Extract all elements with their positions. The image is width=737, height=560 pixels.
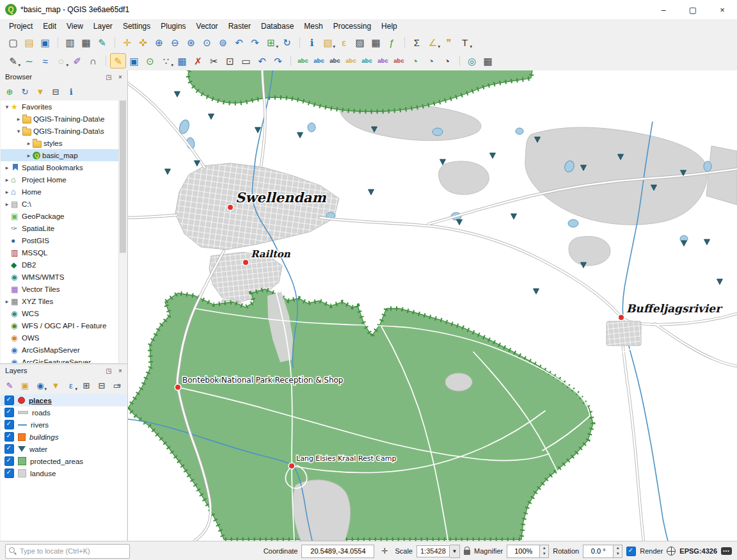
browser-tree-item[interactable]: Vector Tiles — [1, 283, 127, 295]
metasearch-button[interactable]: ◎ — [464, 53, 480, 68]
minimize-button[interactable]: – — [649, 1, 678, 19]
layer-visibility-checkbox[interactable] — [4, 456, 14, 466]
diagram-properties-button[interactable]: ◔ — [439, 53, 455, 68]
move-diagram-button[interactable]: ◔ — [423, 53, 439, 68]
browser-tree-item[interactable]: ▸ QGIS-Training-Data\e — [1, 113, 127, 125]
layer-visibility-checkbox[interactable] — [4, 468, 14, 478]
scale-combo[interactable]: 1:35428 ▼ — [416, 545, 460, 558]
menu-item[interactable]: Vector — [191, 20, 223, 33]
layer-row[interactable]: roads — [1, 406, 127, 419]
save-layer-edits-button[interactable]: ▣ — [126, 53, 142, 68]
expander-icon[interactable]: ▸ — [3, 189, 11, 195]
browser-tree-item[interactable]: ▸ Project Home — [1, 173, 127, 186]
browser-tree-item[interactable]: ▾ QGIS-Training-Data\s — [1, 125, 127, 137]
zoom-in-button[interactable]: ⊕ — [151, 35, 167, 50]
map-canvas[interactable]: Swellendam Railton Buffeljagsrivier Bont… — [128, 70, 737, 541]
statistical-summary-button[interactable]: Σ — [409, 35, 425, 50]
filter-browser-button[interactable]: ▼ — [33, 84, 47, 99]
rotation-spinbox[interactable]: ▲▼ — [583, 545, 622, 558]
open-layer-styling-button[interactable]: ✎ — [3, 378, 17, 392]
menu-item[interactable]: Settings — [118, 20, 155, 33]
browser-tree-item[interactable]: GeoPackage — [1, 210, 127, 222]
float-panel-button[interactable]: ◳ — [103, 72, 115, 82]
paste-features-button[interactable]: ▭ — [238, 53, 254, 68]
current-edits-button[interactable]: ✎ — [5, 53, 21, 68]
select-features-button[interactable]: ▧ — [320, 35, 336, 50]
new-print-layout-button[interactable]: ▥ — [62, 35, 78, 50]
deselect-features-button[interactable]: ▨ — [352, 35, 368, 50]
menu-item[interactable]: View — [61, 20, 88, 33]
pan-map-button[interactable]: ✛ — [119, 35, 135, 50]
open-project-button[interactable]: ▤ — [21, 35, 37, 50]
refresh-button[interactable]: ↻ — [279, 35, 295, 50]
render-checkbox[interactable] — [626, 547, 636, 556]
diagram-options-button[interactable]: ◔ — [407, 53, 423, 68]
style-manager-button[interactable]: ✎ — [94, 35, 110, 50]
expander-icon[interactable]: ▸ — [3, 201, 11, 207]
vertex-tool-button[interactable]: ∵ — [158, 53, 174, 68]
spinner-arrows[interactable]: ▲▼ — [614, 545, 622, 558]
properties-widget-button[interactable]: ℹ — [64, 84, 78, 99]
browser-tree-item[interactable]: ▸ XYZ Tiles — [1, 295, 127, 307]
toolbar-overflow-icon[interactable]: » — [117, 381, 121, 388]
layer-row[interactable]: places — [1, 394, 127, 406]
add-point-feature-button[interactable]: ⊙ — [142, 53, 158, 68]
layer-visibility-checkbox[interactable] — [4, 444, 14, 454]
browser-tree-item[interactable]: WMS/WMTS — [1, 271, 127, 283]
digitize-segment-button[interactable]: ∼ — [21, 53, 37, 68]
select-by-expression-button[interactable]: ε — [336, 35, 352, 50]
field-calculator-button[interactable]: ƒ — [384, 35, 400, 50]
move-label-button[interactable]: abc — [311, 53, 327, 68]
layer-row[interactable]: landuse — [1, 467, 127, 479]
modify-attributes-button[interactable]: ▦ — [174, 53, 190, 68]
browser-tree-item[interactable]: ▸ Home — [1, 186, 127, 198]
snapping-button[interactable]: ∩ — [85, 53, 101, 68]
cut-features-button[interactable]: ✂ — [206, 53, 222, 68]
layer-row[interactable]: water — [1, 443, 127, 455]
measure-button[interactable]: ∠ — [425, 35, 441, 50]
expander-icon[interactable]: ▾ — [15, 128, 22, 134]
browser-tree-item[interactable]: ▸ Spatial Bookmarks — [1, 161, 127, 173]
show-hide-labels-button[interactable]: abc — [359, 53, 375, 68]
zoom-next-button[interactable]: ↷ — [247, 35, 263, 50]
coordinate-input[interactable] — [301, 545, 374, 558]
menu-item[interactable]: Help — [376, 20, 402, 33]
text-annotation-button[interactable]: T — [457, 35, 473, 50]
pan-to-selection-button[interactable]: ✜ — [135, 35, 151, 50]
close-panel-button[interactable]: × — [115, 365, 126, 376]
redo-button[interactable]: ↷ — [270, 53, 286, 68]
browser-tree-item[interactable]: PostGIS — [1, 234, 127, 246]
browser-tree-item[interactable]: MSSQL — [1, 246, 127, 259]
manage-map-themes-button[interactable]: ◉ — [33, 378, 47, 392]
layer-visibility-checkbox[interactable] — [4, 432, 14, 442]
change-label-button[interactable]: abc — [327, 53, 343, 68]
zoom-full-button[interactable]: ⊛ — [183, 35, 199, 50]
collapse-all-button[interactable]: ⊟ — [95, 378, 109, 392]
expander-icon[interactable]: ▾ — [3, 104, 11, 110]
scrollbar-thumb[interactable] — [120, 100, 126, 253]
zoom-to-selection-button[interactable]: ⊙ — [199, 35, 215, 50]
magnifier-input[interactable] — [507, 545, 540, 558]
maximize-button[interactable]: ▢ — [678, 1, 708, 19]
locate-box[interactable]: Type to locate (Ctrl+K) — [5, 544, 130, 559]
browser-tree-item[interactable]: ArcGisMapServer — [1, 344, 127, 356]
expander-icon[interactable]: ▸ — [25, 152, 33, 159]
menu-item[interactable]: Processing — [328, 20, 376, 33]
toggle-editing-button[interactable]: ✎ — [110, 53, 126, 68]
menu-item[interactable]: Project — [4, 20, 38, 33]
digitize-shape-button[interactable]: ◌ — [53, 53, 69, 68]
browser-tree-item[interactable]: ▸ basic_map — [1, 149, 127, 161]
rotate-label-button[interactable]: abc — [375, 53, 391, 68]
undo-button[interactable]: ↶ — [254, 53, 270, 68]
layout-manager-button[interactable]: ▦ — [78, 35, 94, 50]
menu-item[interactable]: Layer — [88, 20, 118, 33]
browser-scrollbar[interactable] — [118, 100, 127, 363]
layer-visibility-checkbox[interactable] — [4, 420, 14, 429]
filter-legend-button[interactable]: ▼ — [49, 378, 63, 392]
copy-features-button[interactable]: ⊡ — [222, 53, 238, 68]
collapse-all-button[interactable]: ⊟ — [49, 84, 63, 99]
expander-icon[interactable]: ▸ — [3, 298, 11, 305]
layer-labeling-button[interactable]: abc — [295, 53, 311, 68]
messages-icon[interactable]: ••• — [721, 547, 732, 555]
expander-icon[interactable]: ▸ — [15, 116, 22, 122]
